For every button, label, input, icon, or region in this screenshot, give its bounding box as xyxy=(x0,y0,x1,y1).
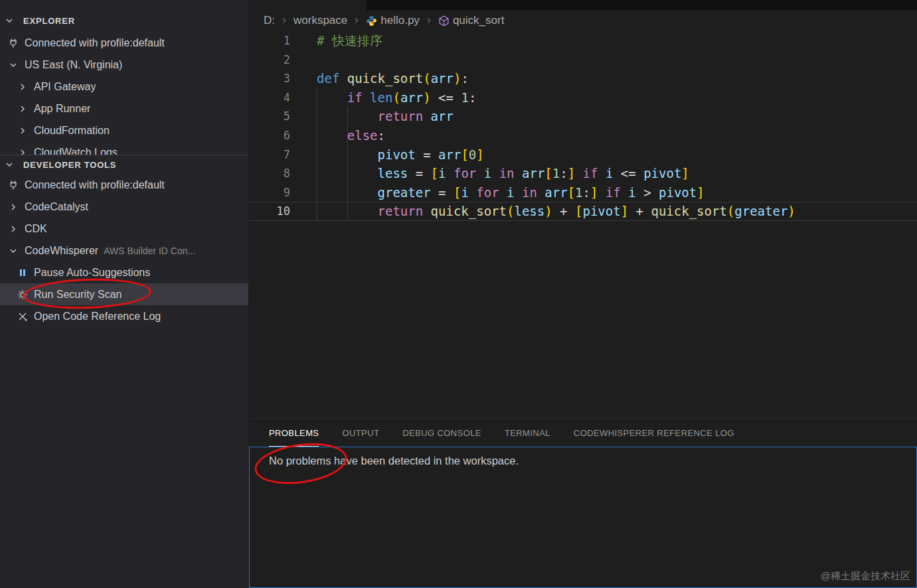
sidebar-item-label: Open Code Reference Log xyxy=(34,311,161,323)
sidebar-item-label: CodeWhisperer xyxy=(25,245,98,257)
explorer-item-list: Connected with profile:defaultUS East (N… xyxy=(0,32,248,163)
breadcrumb-item-d[interactable]: D: xyxy=(264,14,275,27)
breadcrumb-separator-icon xyxy=(280,16,289,25)
sidebar-item-codecatalyst[interactable]: CodeCatalyst xyxy=(0,196,248,218)
watermark: @稀土掘金技术社区 xyxy=(821,570,910,583)
panel-tab-codewhisperer-reference-log[interactable]: CODEWHISPERER REFERENCE LOG xyxy=(574,419,734,447)
breadcrumb-separator-icon xyxy=(424,16,434,25)
sidebar-item-api-gateway[interactable]: API Gateway xyxy=(0,76,248,98)
chevron-right-icon xyxy=(16,125,29,136)
sidebar: EXPLORER Connected with profile:defaultU… xyxy=(0,0,249,588)
line-number: 4 xyxy=(249,88,290,108)
breadcrumb-item-workspace[interactable]: workspace xyxy=(293,14,347,27)
indent-guide xyxy=(317,88,317,221)
code-line-text: greater = [i for i in arr[1:] if i > piv… xyxy=(290,183,705,202)
sidebar-item-label: CDK xyxy=(25,223,47,235)
breadcrumb-label: workspace xyxy=(293,14,347,27)
chevron-right-icon xyxy=(16,104,29,114)
explorer-section-title: EXPLORER xyxy=(23,16,75,26)
panel-tab-terminal[interactable]: TERMINAL xyxy=(505,419,550,447)
explorer-section: EXPLORER Connected with profile:defaultU… xyxy=(0,0,248,163)
sidebar-item-suffix: AWS Builder ID Con... xyxy=(104,246,195,256)
editor-tab-partial[interactable] xyxy=(249,0,367,10)
sidebar-item-connected-with-profile-default[interactable]: Connected with profile:default xyxy=(0,32,248,54)
code-line-6[interactable]: 6 else: xyxy=(249,126,917,145)
vscode-window: EXPLORER Connected with profile:defaultU… xyxy=(0,0,917,588)
line-number: 8 xyxy=(249,164,290,183)
code-line-8[interactable]: 8 less = [i for i in arr[1:] if i <= piv… xyxy=(249,164,917,183)
security-scan-icon xyxy=(16,289,29,300)
code-line-text: return arr xyxy=(290,107,454,126)
chevron-down-icon xyxy=(3,15,16,26)
breadcrumb-separator-icon xyxy=(352,16,361,25)
editor-area: D:workspacehello.pyquick_sort 1# 快速排序23d… xyxy=(249,0,917,418)
sidebar-item-app-runner[interactable]: App Runner xyxy=(0,98,248,119)
code-reference-icon xyxy=(16,311,29,322)
code-line-text: if len(arr) <= 1: xyxy=(290,88,476,108)
panel-tab-problems[interactable]: PROBLEMS xyxy=(269,419,319,447)
code-line-text: less = [i for i in arr[1:] if i <= pivot… xyxy=(290,164,689,183)
panel-tab-bar: PROBLEMSOUTPUTDEBUG CONSOLETERMINALCODEW… xyxy=(249,419,917,447)
developer-tools-item-list: Connected with profile:defaultCodeCataly… xyxy=(0,174,248,327)
line-number: 7 xyxy=(249,145,290,165)
breadcrumb-label: quick_sort xyxy=(453,14,504,27)
sidebar-item-label: Connected with profile:default xyxy=(25,37,165,49)
problems-panel-content[interactable]: No problems have been detected in the wo… xyxy=(249,447,917,588)
code-line-7[interactable]: 7 pivot = arr[0] xyxy=(249,145,917,165)
line-number: 6 xyxy=(249,126,290,145)
panel-tab-output[interactable]: OUTPUT xyxy=(342,419,379,447)
code-line-3[interactable]: 3def quick_sort(arr): xyxy=(249,69,917,88)
panel-tab-debug-console[interactable]: DEBUG CONSOLE xyxy=(402,419,481,447)
code-line-text xyxy=(290,50,317,70)
sidebar-item-label: API Gateway xyxy=(34,81,96,93)
sidebar-item-label: CodeCatalyst xyxy=(25,201,88,213)
developer-tools-section-title: DEVELOPER TOOLS xyxy=(23,160,116,170)
sidebar-item-label: US East (N. Virginia) xyxy=(25,59,122,71)
chevron-down-icon xyxy=(7,246,20,256)
breadcrumb: D:workspacehello.pyquick_sort xyxy=(249,10,917,31)
code-line-text: else: xyxy=(290,126,385,145)
symbol-method-icon xyxy=(438,15,450,27)
sidebar-item-label: Pause Auto-Suggestions xyxy=(34,267,150,279)
sidebar-item-cdk[interactable]: CDK xyxy=(0,218,248,240)
plug-icon xyxy=(7,180,20,190)
line-number: 9 xyxy=(249,183,290,202)
code-line-text: pivot = arr[0] xyxy=(290,145,484,165)
code-line-5[interactable]: 5 return arr xyxy=(249,107,917,126)
explorer-section-header[interactable]: EXPLORER xyxy=(0,9,248,32)
sidebar-item-cloudformation[interactable]: CloudFormation xyxy=(0,119,248,141)
code-line-text: return quick_sort(less) + [pivot] + quic… xyxy=(290,202,795,221)
breadcrumb-item-quick-sort[interactable]: quick_sort xyxy=(438,14,504,27)
python-icon xyxy=(366,15,377,27)
sidebar-item-label: Run Security Scan xyxy=(34,289,122,301)
sidebar-item-connected-with-profile-default[interactable]: Connected with profile:default xyxy=(0,174,248,196)
code-editor[interactable]: 1# 快速排序23def quick_sort(arr):4 if len(ar… xyxy=(249,31,917,418)
sidebar-item-pause-auto-suggestions[interactable]: Pause Auto-Suggestions xyxy=(0,261,248,283)
chevron-down-icon xyxy=(7,60,20,70)
line-number: 10 xyxy=(249,202,290,221)
problems-message: No problems have been detected in the wo… xyxy=(269,455,519,467)
breadcrumb-label: D: xyxy=(264,14,275,27)
indent-guide xyxy=(347,107,348,221)
code-line-text: def quick_sort(arr): xyxy=(290,69,469,88)
sidebar-item-us-east-n-virginia[interactable]: US East (N. Virginia) xyxy=(0,54,248,76)
chevron-right-icon xyxy=(16,82,29,92)
breadcrumb-item-hello-py[interactable]: hello.py xyxy=(366,14,420,27)
code-line-2[interactable]: 2 xyxy=(249,50,917,70)
code-line-1[interactable]: 1# 快速排序 xyxy=(249,31,917,50)
developer-tools-section-header[interactable]: DEVELOPER TOOLS xyxy=(0,155,248,174)
code-line-4[interactable]: 4 if len(arr) <= 1: xyxy=(249,88,917,108)
code-line-10[interactable]: 10 return quick_sort(less) + [pivot] + q… xyxy=(249,202,917,221)
code-line-9[interactable]: 9 greater = [i for i in arr[1:] if i > p… xyxy=(249,183,917,202)
line-number: 1 xyxy=(249,31,290,50)
sidebar-item-label: App Runner xyxy=(34,103,90,115)
line-number: 3 xyxy=(249,69,290,88)
developer-tools-section: DEVELOPER TOOLS Connected with profile:d… xyxy=(0,155,248,588)
code-line-text: # 快速排序 xyxy=(290,31,382,50)
breadcrumb-label: hello.py xyxy=(380,14,420,27)
sidebar-item-run-security-scan[interactable]: Run Security Scan xyxy=(0,283,248,305)
bottom-panel: PROBLEMSOUTPUTDEBUG CONSOLETERMINALCODEW… xyxy=(249,418,917,588)
sidebar-item-open-code-reference-log[interactable]: Open Code Reference Log xyxy=(0,305,248,327)
plug-icon xyxy=(7,38,20,48)
sidebar-item-codewhisperer[interactable]: CodeWhispererAWS Builder ID Con... xyxy=(0,240,248,261)
